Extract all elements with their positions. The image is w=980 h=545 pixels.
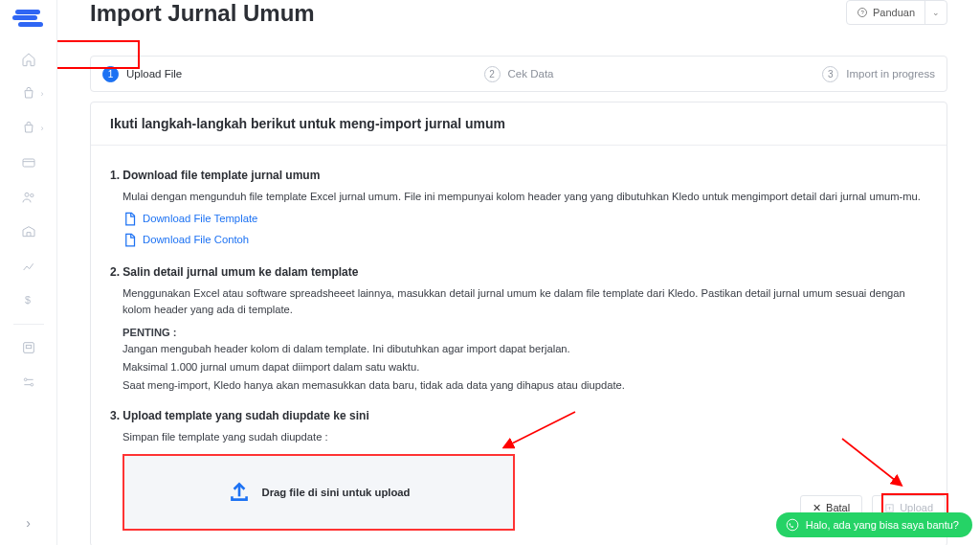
file-icon <box>122 232 137 248</box>
svg-text:$: $ <box>25 294 31 306</box>
upload-icon <box>227 480 252 505</box>
logo <box>15 8 42 27</box>
dropzone-text: Drag file di sini untuk upload <box>261 485 410 501</box>
step-import-progress[interactable]: 3 Import in progress <box>657 66 935 82</box>
card-heading: Ikuti langkah-langkah berikut untuk meng… <box>91 102 947 146</box>
nav-contacts[interactable] <box>11 183 46 212</box>
download-template-link[interactable]: Download File Template <box>143 211 257 227</box>
nav-purchase[interactable]: › <box>11 79 46 108</box>
whatsapp-icon <box>786 518 799 532</box>
section2-text: Menggunakan Excel atau software spreadsh… <box>122 285 927 318</box>
svg-point-6 <box>24 378 27 381</box>
step-cek-data[interactable]: 2 Cek Data <box>380 66 657 82</box>
svg-rect-4 <box>23 343 33 353</box>
svg-rect-0 <box>23 159 34 167</box>
step-label: Import in progress <box>846 68 935 79</box>
sidebar: › › $ › <box>0 0 57 545</box>
chevron-right-icon: › <box>41 124 44 133</box>
step-label: Cek Data <box>508 68 554 79</box>
nav-home[interactable] <box>11 45 46 74</box>
step-number: 3 <box>822 66 838 82</box>
svg-point-7 <box>31 383 33 386</box>
instructions-card: Ikuti langkah-langkah berikut untuk meng… <box>90 102 947 545</box>
chevron-down-icon[interactable]: ⌄ <box>925 8 947 17</box>
panduan-label: Panduan <box>873 7 915 18</box>
penting-line3: Saat meng-import, Kledo hanya akan memas… <box>122 377 927 394</box>
nav-sales[interactable]: › <box>11 114 46 143</box>
penting-line1: Jangan mengubah header kolom di dalam te… <box>122 341 927 357</box>
download-contoh-link[interactable]: Download File Contoh <box>143 232 249 248</box>
svg-rect-5 <box>26 345 31 348</box>
whatsapp-text: Halo, ada yang bisa saya bantu? <box>806 519 959 531</box>
svg-point-2 <box>30 193 33 196</box>
page-title: Import Jurnal Umum <box>90 0 947 27</box>
section2-heading: 2. Salin detail jurnal umum ke dalam tem… <box>110 263 927 281</box>
penting-line2: Maksimal 1.000 jurnal umum dapat diimpor… <box>122 359 927 375</box>
step-label: Upload File <box>126 68 182 79</box>
nav-cash[interactable]: $ <box>11 286 46 315</box>
nav-expense[interactable] <box>11 148 46 177</box>
nav-settings[interactable] <box>11 368 46 397</box>
section1-text: Mulai dengan mengunduh file template Exc… <box>122 189 927 205</box>
main-content: Import Jurnal Umum ? Panduan ⌄ 1 Upload … <box>57 0 980 545</box>
section3-heading: 3. Upload template yang sudah diupdate k… <box>110 407 927 424</box>
chevron-right-icon: › <box>26 515 31 531</box>
section3-text: Simpan file template yang sudah diupdate… <box>122 429 927 445</box>
section1-heading: 1. Download file template jurnal umum <box>110 167 927 184</box>
penting-label: PENTING : <box>122 325 927 341</box>
nav-reports[interactable] <box>11 252 46 281</box>
question-circle-icon: ? <box>857 7 868 18</box>
nav-collapse[interactable]: › <box>11 509 46 537</box>
svg-point-1 <box>25 193 29 196</box>
nav-accounts[interactable] <box>11 333 46 362</box>
nav-inventory[interactable] <box>11 217 46 246</box>
upload-dropzone[interactable]: Drag file di sini untuk upload <box>122 454 515 531</box>
step-number: 1 <box>102 66 119 82</box>
whatsapp-help-pill[interactable]: Halo, ada yang bisa saya bantu? <box>776 512 972 537</box>
import-steps: 1 Upload File 2 Cek Data 3 Import in pro… <box>90 56 947 92</box>
svg-text:?: ? <box>860 10 864 15</box>
step-upload-file[interactable]: 1 Upload File <box>102 66 380 82</box>
step-number: 2 <box>484 66 501 82</box>
chevron-right-icon: › <box>41 89 44 99</box>
upload-small-icon <box>884 503 895 513</box>
sidebar-divider <box>13 324 44 325</box>
panduan-button[interactable]: ? Panduan ⌄ <box>846 0 947 25</box>
svg-point-13 <box>787 519 798 531</box>
file-icon <box>122 211 137 227</box>
